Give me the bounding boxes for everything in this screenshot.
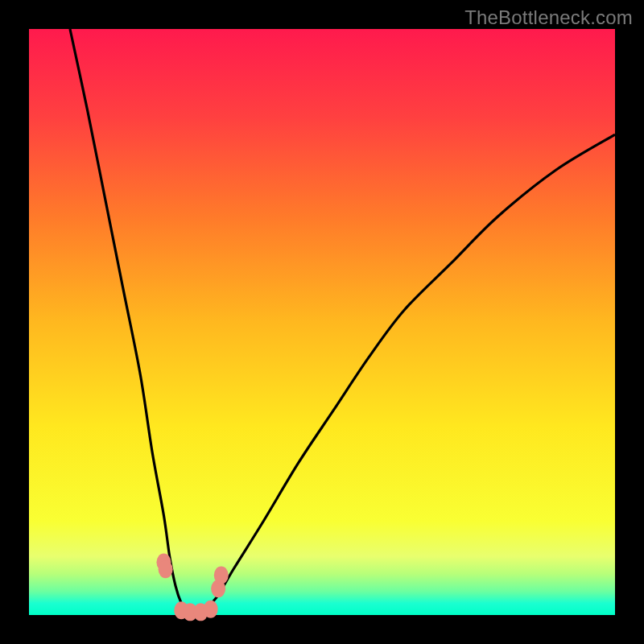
chart-frame: TheBottleneck.com [0,0,644,644]
bottleneck-curve [70,29,615,616]
watermark-text: TheBottleneck.com [464,6,633,29]
marker-h [214,566,229,584]
marker-layer [156,553,228,621]
marker-f [204,601,218,618]
marker-b [159,560,173,578]
curve-layer [29,29,615,615]
plot-area [29,29,615,615]
